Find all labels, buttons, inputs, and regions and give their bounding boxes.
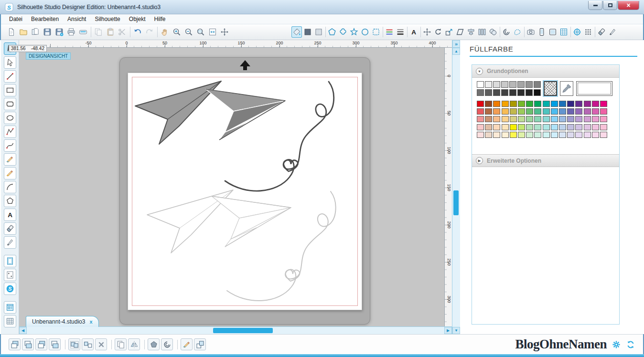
- color-swatch[interactable]: [526, 108, 533, 115]
- color-swatch[interactable]: [575, 124, 582, 130]
- transform-move-icon[interactable]: [422, 26, 432, 38]
- gray-swatch[interactable]: [493, 81, 500, 88]
- color-swatch[interactable]: [575, 101, 582, 107]
- eraser-icon[interactable]: [596, 26, 607, 38]
- offset-icon[interactable]: [501, 26, 512, 38]
- gray-swatch[interactable]: [517, 81, 525, 88]
- current-color-swatch[interactable]: [576, 81, 612, 96]
- color-swatch[interactable]: [510, 108, 517, 115]
- section-erweiterte-optionen[interactable]: Erweiterte Optionen: [472, 154, 619, 167]
- gray-swatch[interactable]: [534, 81, 541, 88]
- color-swatch[interactable]: [559, 132, 566, 138]
- draw-tool[interactable]: [4, 153, 16, 166]
- color-swatch[interactable]: [493, 101, 500, 107]
- cut-settings-tool[interactable]: [4, 301, 16, 314]
- menu-ansicht[interactable]: Ansicht: [63, 15, 90, 23]
- move-backward-icon[interactable]: [49, 338, 61, 350]
- color-swatch[interactable]: [493, 124, 500, 130]
- color-swatch[interactable]: [534, 132, 541, 138]
- polygon-tool[interactable]: [4, 126, 16, 138]
- paper-plane-filled-right[interactable]: [206, 89, 285, 140]
- cut-icon[interactable]: [117, 26, 128, 38]
- gray-swatch[interactable]: [501, 89, 508, 96]
- color-swatch[interactable]: [485, 101, 492, 107]
- send-to-tablet-icon[interactable]: [547, 26, 558, 38]
- curve-tool[interactable]: [4, 139, 16, 152]
- line-tool[interactable]: [4, 70, 16, 83]
- scroll-up-button[interactable]: [452, 48, 460, 55]
- color-swatch[interactable]: [600, 132, 607, 138]
- gray-swatch[interactable]: [509, 89, 516, 96]
- color-swatch[interactable]: [510, 116, 517, 122]
- scale-icon[interactable]: [444, 26, 454, 38]
- vscroll-track[interactable]: [452, 55, 460, 327]
- color-swatch[interactable]: [477, 132, 484, 138]
- restore-button[interactable]: [603, 1, 617, 10]
- design-viewport[interactable]: [19, 48, 444, 326]
- no-fill-swatch[interactable]: [544, 81, 557, 96]
- color-swatch[interactable]: [551, 124, 558, 130]
- document-tab[interactable]: Unbenannt-4.studio3 x: [26, 316, 99, 327]
- zoom-in-icon[interactable]: [171, 26, 182, 38]
- regular-polygon-tool[interactable]: [4, 195, 16, 207]
- color-swatch[interactable]: [584, 101, 591, 107]
- fill-solid-icon[interactable]: [302, 26, 313, 38]
- color-swatch[interactable]: [485, 132, 492, 138]
- color-swatch[interactable]: [502, 101, 509, 107]
- color-swatch[interactable]: [584, 108, 591, 115]
- color-swatch[interactable]: [543, 132, 550, 138]
- color-swatch[interactable]: [575, 108, 582, 115]
- rotate-icon[interactable]: [433, 26, 443, 38]
- color-swatch[interactable]: [559, 108, 566, 115]
- color-swatch[interactable]: [518, 116, 525, 122]
- color-swatch[interactable]: [526, 101, 533, 107]
- eyedropper-swatch[interactable]: [560, 81, 573, 96]
- menu-objekt[interactable]: Objekt: [125, 15, 150, 23]
- color-swatch[interactable]: [485, 124, 492, 130]
- hscroll-track[interactable]: [27, 327, 444, 334]
- fill-color-icon[interactable]: [291, 26, 302, 38]
- color-swatch[interactable]: [493, 132, 500, 138]
- trace-icon[interactable]: [512, 26, 523, 38]
- color-swatch[interactable]: [493, 108, 500, 115]
- grid-options-icon[interactable]: [558, 26, 569, 38]
- shape-flexi-icon[interactable]: [338, 26, 348, 38]
- fill-pattern-icon[interactable]: [313, 26, 324, 38]
- color-swatch[interactable]: [477, 124, 484, 130]
- color-swatch[interactable]: [567, 101, 574, 107]
- arc-tool[interactable]: [4, 181, 16, 193]
- menu-bearbeiten[interactable]: Bearbeiten: [27, 15, 63, 23]
- gray-swatch[interactable]: [526, 81, 533, 88]
- sketch-icon[interactable]: [181, 338, 193, 350]
- registration-marks-icon[interactable]: [572, 26, 582, 38]
- knife-tool[interactable]: [4, 236, 16, 249]
- open-library-icon[interactable]: [30, 26, 41, 38]
- color-swatch[interactable]: [543, 116, 550, 122]
- color-swatch[interactable]: [477, 108, 484, 115]
- weld-icon[interactable]: [148, 338, 160, 350]
- save-to-library-icon[interactable]: [54, 26, 64, 38]
- color-swatch[interactable]: [502, 132, 509, 138]
- rhinestone-icon[interactable]: [583, 26, 593, 38]
- hscroll-thumb[interactable]: [213, 328, 273, 333]
- gray-swatch[interactable]: [485, 89, 492, 96]
- color-swatch[interactable]: [567, 108, 574, 115]
- scroll-right-button[interactable]: [444, 327, 452, 334]
- shear-icon[interactable]: [455, 26, 465, 38]
- color-swatch[interactable]: [502, 108, 509, 115]
- menu-silhouette[interactable]: Silhouette: [90, 15, 124, 23]
- redo-icon[interactable]: [144, 26, 155, 38]
- color-swatch[interactable]: [551, 101, 558, 107]
- registration-marks-tool[interactable]: [4, 269, 16, 281]
- color-swatch[interactable]: [502, 124, 509, 130]
- drag-zoom-icon[interactable]: [195, 26, 206, 38]
- color-swatch[interactable]: [493, 116, 500, 122]
- color-swatch[interactable]: [559, 116, 566, 122]
- color-swatch[interactable]: [592, 124, 599, 130]
- color-swatch[interactable]: [477, 101, 484, 107]
- offset-path-icon[interactable]: [161, 338, 173, 350]
- gray-swatch[interactable]: [493, 89, 500, 96]
- color-swatch[interactable]: [485, 116, 492, 122]
- paper-plane-outline-right[interactable]: [212, 196, 291, 247]
- color-swatch[interactable]: [485, 108, 492, 115]
